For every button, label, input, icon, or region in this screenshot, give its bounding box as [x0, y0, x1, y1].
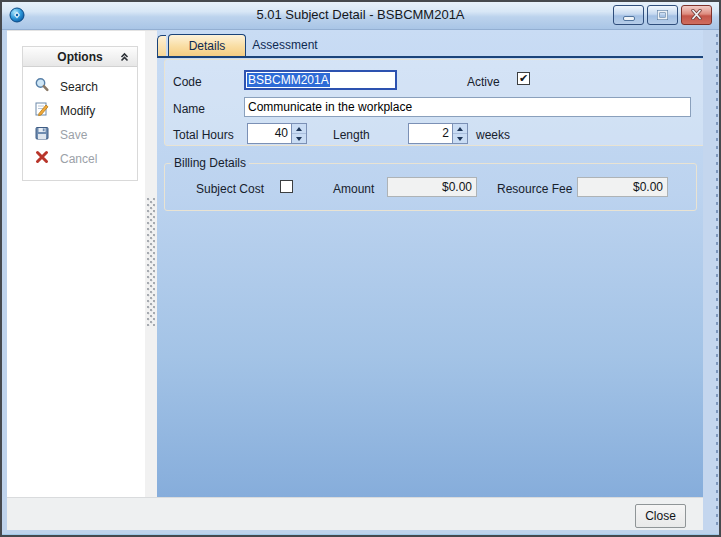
close-icon: [690, 6, 703, 24]
spin-down-icon[interactable]: [453, 134, 467, 143]
search-icon: [34, 77, 50, 97]
maximize-button[interactable]: [647, 5, 678, 25]
tab-strip: Details Assessment: [157, 30, 703, 58]
minimize-icon: [623, 16, 635, 21]
close-button[interactable]: Close: [635, 504, 686, 528]
amount-input: $0.00: [387, 177, 477, 197]
window-frame-right: [703, 30, 721, 530]
code-selected-text: BSBCMM201A: [247, 73, 330, 87]
spin-down-icon[interactable]: [292, 134, 306, 143]
resource-fee-input: $0.00: [577, 177, 668, 197]
collapse-chevron-icon[interactable]: [119, 52, 130, 66]
total-hours-stepper[interactable]: 40: [247, 123, 307, 144]
tab-assessment[interactable]: Assessment: [246, 34, 324, 56]
main-content: Details Assessment Code BSBCMM201A Activ…: [157, 30, 703, 497]
tab-label: Assessment: [252, 38, 317, 52]
tabstrip-corner: [157, 35, 166, 56]
cancel-icon: [34, 149, 50, 169]
splitter-grip-icon: [147, 198, 155, 326]
subject-cost-label: Subject Cost: [196, 182, 264, 196]
minimize-button[interactable]: [613, 5, 644, 25]
maximize-icon: [657, 6, 668, 24]
subject-detail-window: 5.01 Subject Detail - BSBCMM201A: [0, 0, 721, 537]
stepper-buttons: [291, 124, 306, 143]
sidebar-item-label: Search: [60, 80, 98, 94]
length-label: Length: [333, 128, 370, 142]
sidebar-item-label: Save: [60, 128, 87, 142]
name-input[interactable]: Communicate in the workplace: [244, 97, 691, 117]
code-input[interactable]: BSBCMM201A: [244, 70, 397, 90]
options-items: Search Modify: [23, 67, 137, 180]
code-label: Code: [173, 75, 202, 89]
sidebar-item-cancel[interactable]: Cancel: [23, 147, 137, 171]
close-window-button[interactable]: [681, 5, 712, 25]
sidebar-item-modify[interactable]: Modify: [23, 99, 137, 123]
modify-icon: [34, 101, 50, 121]
subject-cost-checkbox[interactable]: [280, 180, 293, 193]
sidebar: Options Search: [7, 30, 145, 497]
total-hours-value: 40: [248, 124, 291, 143]
spin-up-icon[interactable]: [453, 124, 467, 134]
sidebar-item-save[interactable]: Save: [23, 123, 137, 147]
length-stepper[interactable]: 2: [408, 123, 468, 144]
footer-bar: Close: [7, 497, 703, 530]
total-hours-label: Total Hours: [173, 128, 234, 142]
billing-details-legend: Billing Details: [171, 156, 249, 170]
sidebar-item-label: Cancel: [60, 152, 97, 166]
save-icon: [34, 125, 50, 145]
tab-label: Details: [189, 39, 226, 53]
options-panel-header[interactable]: Options: [23, 47, 137, 67]
sidebar-item-search[interactable]: Search: [23, 75, 137, 99]
amount-label: Amount: [333, 182, 374, 196]
resource-fee-label: Resource Fee: [497, 182, 572, 196]
stepper-buttons: [452, 124, 467, 143]
options-panel: Options Search: [22, 46, 138, 181]
window-controls: [613, 5, 712, 25]
window-frame-bottom: [0, 530, 721, 537]
spin-up-icon[interactable]: [292, 124, 306, 134]
tab-details[interactable]: Details: [168, 34, 246, 56]
sidebar-item-label: Modify: [60, 104, 95, 118]
options-title: Options: [57, 50, 102, 64]
active-checkbox[interactable]: [517, 72, 530, 85]
name-label: Name: [173, 102, 205, 116]
active-label: Active: [467, 75, 500, 89]
titlebar[interactable]: 5.01 Subject Detail - BSBCMM201A: [0, 0, 721, 30]
sidebar-splitter[interactable]: [145, 30, 157, 497]
length-value: 2: [409, 124, 452, 143]
weeks-label: weeks: [476, 128, 510, 142]
